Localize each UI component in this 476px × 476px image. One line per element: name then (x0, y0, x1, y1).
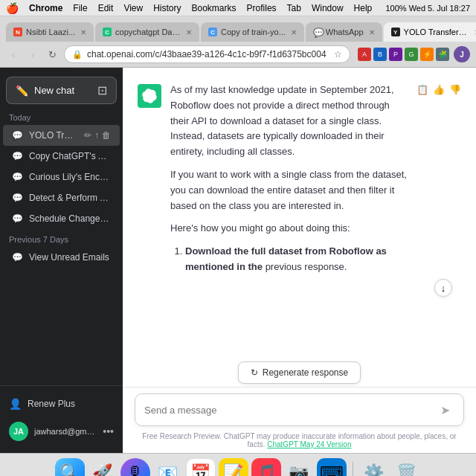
chat-icon-5: 💬 (12, 213, 23, 224)
menu-bookmarks[interactable]: Bookmarks (192, 3, 237, 13)
menu-tab[interactable]: Tab (287, 3, 301, 13)
send-button[interactable]: ➤ (435, 400, 454, 419)
sidebar-item-4[interactable]: 💬 Detect & Perform Actions. (3, 187, 120, 208)
tab4-label: WhatsApp (326, 28, 364, 36)
tab-4[interactable]: 💬 WhatsApp ✕ (306, 22, 382, 42)
menu-profiles[interactable]: Profiles (247, 3, 277, 13)
new-chat-button[interactable]: ✏️ New chat ⊡ (6, 77, 117, 104)
star-icon[interactable]: ☆ (334, 49, 342, 60)
tab-2[interactable]: C copychatgpt Dat... ✕ (95, 22, 199, 42)
gpt-logo-icon (142, 89, 157, 103)
dock-calendar[interactable]: 📅 (186, 458, 216, 477)
url-bar-icons: ☆ (334, 49, 342, 60)
forward-button[interactable]: › (25, 47, 40, 62)
ext4[interactable]: G (405, 48, 418, 61)
menu-view[interactable]: View (123, 3, 143, 13)
tab3-label: Copy of train-yo... (221, 28, 286, 36)
back-button[interactable]: ‹ (6, 47, 21, 62)
chat-footer: Free Research Preview. ChatGPT may produ… (123, 429, 476, 453)
share-icon[interactable]: ↑ (94, 130, 99, 141)
sidebar-item-6[interactable]: 💬 View Unread Emails (3, 247, 120, 268)
chat-icon-1: 💬 (12, 130, 23, 141)
tab-1[interactable]: N Nsibti Laazi... ✕ (6, 22, 94, 42)
new-chat-label: ✏️ New chat (16, 85, 74, 97)
apple-menu[interactable]: 🍎 (6, 2, 19, 14)
user-profile-button[interactable]: JA jawharsd@gmail.com ••• (0, 416, 123, 447)
profile-button[interactable]: J (454, 46, 470, 62)
renew-plus-button[interactable]: 👤 Renew Plus (0, 392, 123, 416)
dock-notes[interactable]: 📝 (219, 458, 248, 477)
message-content: As of my last knowledge update in Septem… (170, 83, 408, 275)
ext2[interactable]: B (373, 48, 387, 61)
tab2-label: copychatgpt Dat... (115, 28, 181, 36)
chat-icon-3: 💬 (12, 172, 23, 182)
dock-launchpad[interactable]: 🚀 (88, 458, 118, 477)
list-item-1: Download the full dataset from Roboflow … (185, 244, 408, 275)
menu-edit[interactable]: Edit (98, 3, 114, 13)
message-input[interactable] (144, 405, 429, 416)
tab-5[interactable]: Y YOLO Transfer L... ✕ (384, 22, 476, 42)
tab2-close[interactable]: ✕ (186, 28, 192, 36)
regenerate-label: Regenerate response (263, 367, 348, 378)
dock-siri[interactable]: 🎙 (120, 458, 150, 477)
browser-chrome: N Nsibti Laazi... ✕ C copychatgpt Dat...… (0, 16, 476, 68)
footer-link[interactable]: ChatGPT May 24 Version (267, 440, 351, 448)
rename-icon[interactable]: ✏ (84, 130, 91, 141)
lock-icon: 🔒 (72, 50, 83, 60)
regenerate-icon: ↻ (251, 367, 258, 378)
ext5[interactable]: ⚡ (420, 48, 434, 61)
tab2-favicon: C (103, 28, 112, 36)
sidebar-item-text-1: YOLO Transfer Lear... (29, 130, 78, 141)
dock-separator (353, 462, 353, 477)
menu-bar: 🍎 Chrome File Edit View History Bookmark… (0, 0, 476, 16)
dots-menu-icon[interactable]: ••• (103, 425, 114, 437)
edit-icon: ✏️ (16, 85, 28, 97)
menu-history[interactable]: History (153, 3, 181, 13)
url-text: chat.openai.com/c/43baae39-a126-4c1c-b9f… (87, 49, 329, 60)
dock-mail[interactable]: 📧 (153, 458, 183, 477)
dock-vscode[interactable]: ⌨ (317, 458, 347, 477)
delete-icon[interactable]: 🗑 (102, 130, 111, 141)
regenerate-button[interactable]: ↻ Regenerate response (238, 361, 361, 384)
list-item-1-rest: previous response. (266, 261, 347, 272)
copy-icon[interactable]: 📋 (416, 84, 428, 95)
dock-finder[interactable]: 🔍 (55, 458, 85, 477)
tab3-favicon: C (208, 28, 217, 36)
dock-photos[interactable]: 📷 (284, 458, 314, 477)
sidebar-item-text-5: Schedule Change BJ232 TUN... (29, 213, 111, 224)
url-bar[interactable]: 🔒 chat.openai.com/c/43baae39-a126-4c1c-b… (64, 45, 350, 63)
tab-3[interactable]: C Copy of train-yo... ✕ (201, 22, 304, 42)
sidebar-item-text-2: Copy ChatGPT's Answer (29, 151, 111, 161)
menu-window[interactable]: Window (312, 3, 344, 13)
chat-icon-6: 💬 (12, 252, 23, 263)
menu-file[interactable]: File (73, 3, 87, 13)
ext6[interactable]: 🧩 (436, 48, 449, 61)
user-avatar: JA (9, 422, 28, 441)
sidebar-item-text-6: View Unread Emails (29, 252, 111, 263)
sidebar-item-1[interactable]: 💬 YOLO Transfer Lear... ✏ ↑ 🗑 (3, 125, 120, 146)
thumbs-down-icon[interactable]: 👎 (449, 84, 461, 95)
message-list: Download the full dataset from Roboflow … (170, 244, 408, 275)
menu-chrome[interactable]: Chrome (29, 3, 62, 13)
input-area: ➤ (123, 387, 476, 429)
sidebar-toggle-icon[interactable]: ⊡ (97, 83, 107, 97)
ext1[interactable]: A (358, 48, 371, 61)
ext3[interactable]: P (389, 48, 402, 61)
menu-help[interactable]: Help (354, 3, 373, 13)
tab3-close[interactable]: ✕ (291, 28, 297, 36)
tab5-label: YOLO Transfer L... (404, 28, 469, 36)
regenerate-bar: ↻ Regenerate response (123, 357, 476, 387)
dock-settings[interactable]: ⚙️ (359, 458, 389, 477)
scroll-down-button[interactable]: ↓ (434, 279, 452, 297)
sidebar-item-3[interactable]: 💬 Curious Lily's Enchanted Adve (3, 167, 120, 187)
dock-music[interactable]: 🎵 (251, 458, 281, 477)
tab-bar: N Nsibti Laazi... ✕ C copychatgpt Dat...… (0, 16, 476, 42)
tab1-close[interactable]: ✕ (80, 28, 86, 36)
dock-trash[interactable]: 🗑️ (392, 458, 422, 477)
tab4-close[interactable]: ✕ (369, 28, 375, 36)
reload-button[interactable]: ↻ (45, 47, 60, 62)
section-prev7: Previous 7 Days (0, 229, 123, 247)
sidebar-item-5[interactable]: 💬 Schedule Change BJ232 TUN... (3, 208, 120, 229)
sidebar-item-2[interactable]: 💬 Copy ChatGPT's Answer (3, 146, 120, 167)
thumbs-up-icon[interactable]: 👍 (433, 84, 445, 95)
